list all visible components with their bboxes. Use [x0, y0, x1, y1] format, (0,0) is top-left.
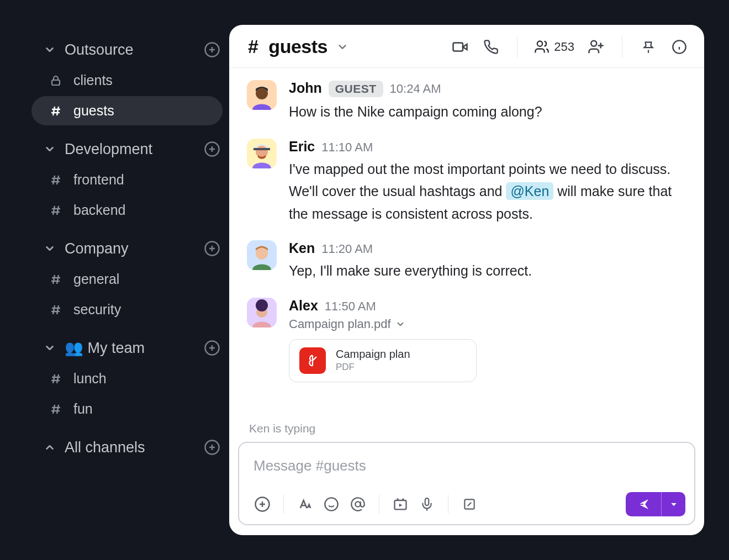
chevron-down-icon	[336, 36, 348, 57]
chevron-down-icon	[43, 44, 57, 56]
svg-rect-44	[453, 43, 463, 51]
chevron-down-icon	[43, 342, 57, 354]
avatar[interactable]	[247, 80, 277, 110]
sidebar-group-company[interactable]: Company	[25, 234, 229, 263]
channel-item-backend[interactable]: backend	[31, 196, 223, 225]
video-call-button[interactable]	[451, 38, 469, 56]
sidebar-group-label: Company	[65, 240, 195, 257]
message-row: John GUEST 10:24 AM How is the Nike camp…	[247, 80, 686, 123]
channel-item-clients[interactable]: clients	[31, 66, 223, 95]
separator	[283, 495, 284, 514]
channel-name: guests	[268, 36, 327, 57]
message-input[interactable]: Message #guests	[239, 443, 694, 487]
message-author[interactable]: Ken	[289, 240, 315, 256]
sidebar-group-label: 👥 My team	[65, 339, 195, 357]
add-channel-button[interactable]	[203, 239, 221, 258]
message-time: 11:10 AM	[321, 140, 373, 155]
member-count-value: 253	[554, 40, 574, 54]
svg-line-35	[53, 374, 55, 383]
channel-label: frontend	[73, 172, 124, 188]
avatar[interactable]	[247, 298, 277, 327]
hash-icon	[48, 173, 64, 187]
svg-line-40	[57, 405, 59, 414]
svg-marker-71	[399, 504, 403, 507]
sidebar-group-development[interactable]: Development	[25, 134, 229, 164]
hash-icon	[48, 372, 64, 385]
svg-point-69	[355, 501, 360, 506]
svg-line-24	[53, 275, 55, 284]
channel-item-general[interactable]: general	[31, 265, 223, 294]
sidebar-group-label: Development	[65, 141, 195, 158]
attachment-label-dropdown[interactable]: Campaign plan.pdf	[289, 317, 686, 331]
svg-point-62	[256, 299, 268, 311]
send-icon	[626, 492, 661, 516]
audio-call-button[interactable]	[482, 38, 500, 56]
attachment-card[interactable]: Campaign plan PDF	[289, 339, 477, 382]
channel-label: general	[73, 271, 119, 287]
shortcut-button[interactable]	[458, 493, 480, 515]
avatar[interactable]	[247, 240, 277, 270]
svg-line-14	[57, 176, 59, 184]
chevron-up-icon	[43, 441, 57, 453]
hash-icon	[48, 204, 64, 217]
svg-line-18	[57, 206, 59, 215]
member-count[interactable]: 253	[534, 39, 574, 55]
svg-line-13	[53, 176, 55, 184]
svg-line-39	[53, 405, 55, 414]
separator	[622, 36, 622, 57]
info-button[interactable]	[670, 38, 689, 56]
attach-button[interactable]	[251, 493, 273, 515]
user-mention[interactable]: @Ken	[506, 182, 553, 200]
message-author[interactable]: Eric	[289, 139, 315, 155]
add-channel-button[interactable]	[203, 40, 221, 59]
emoji-button[interactable]	[320, 493, 342, 515]
sidebar-group-outsource[interactable]: Outsource	[25, 35, 229, 65]
svg-point-46	[537, 41, 542, 46]
sidebar-all-channels[interactable]: All channels	[25, 432, 229, 462]
channel-item-frontend[interactable]: frontend	[31, 165, 223, 194]
channel-title-dropdown[interactable]: # guests	[248, 36, 348, 57]
hash-icon	[48, 403, 64, 416]
channel-label: fun	[73, 401, 93, 417]
send-options-button[interactable]	[661, 492, 685, 516]
hash-icon	[48, 273, 64, 286]
separator	[517, 36, 517, 57]
separator	[448, 495, 448, 514]
svg-marker-76	[671, 503, 676, 506]
message-composer: Message #guests	[238, 442, 695, 525]
attachment-name: Campaign plan	[336, 348, 410, 361]
hash-icon	[48, 104, 64, 118]
svg-rect-3	[52, 80, 60, 85]
channel-sidebar: Outsource clients guests	[25, 25, 229, 535]
microphone-button[interactable]	[416, 493, 438, 515]
add-channel-button[interactable]	[203, 140, 221, 159]
send-button[interactable]	[626, 492, 685, 516]
add-member-button[interactable]	[587, 38, 605, 56]
separator	[379, 495, 379, 514]
channel-item-security[interactable]: security	[31, 295, 223, 324]
channel-header: # guests 253	[229, 25, 704, 68]
channel-item-guests[interactable]: guests	[31, 96, 223, 125]
add-channel-button[interactable]	[203, 339, 221, 357]
mention-button[interactable]	[347, 493, 369, 515]
video-record-button[interactable]	[389, 493, 411, 515]
channel-label: lunch	[73, 371, 107, 387]
message-time: 10:24 AM	[390, 82, 441, 96]
pdf-file-icon	[299, 347, 326, 374]
avatar[interactable]	[247, 139, 277, 168]
formatting-button[interactable]	[294, 493, 316, 515]
svg-point-66	[325, 498, 337, 510]
pin-button[interactable]	[639, 38, 658, 56]
channel-item-fun[interactable]: fun	[31, 394, 223, 424]
svg-line-17	[53, 206, 55, 215]
add-channel-button[interactable]	[203, 438, 221, 457]
sidebar-group-label: All channels	[65, 439, 195, 456]
svg-point-59	[256, 247, 268, 260]
sidebar-group-myteam[interactable]: 👥 My team	[25, 333, 229, 363]
chevron-down-icon	[43, 143, 57, 155]
svg-line-6	[53, 107, 55, 115]
svg-rect-57	[253, 148, 270, 150]
message-author[interactable]: John	[289, 80, 322, 96]
message-author[interactable]: Alex	[289, 298, 318, 314]
channel-item-lunch[interactable]: lunch	[31, 364, 223, 393]
